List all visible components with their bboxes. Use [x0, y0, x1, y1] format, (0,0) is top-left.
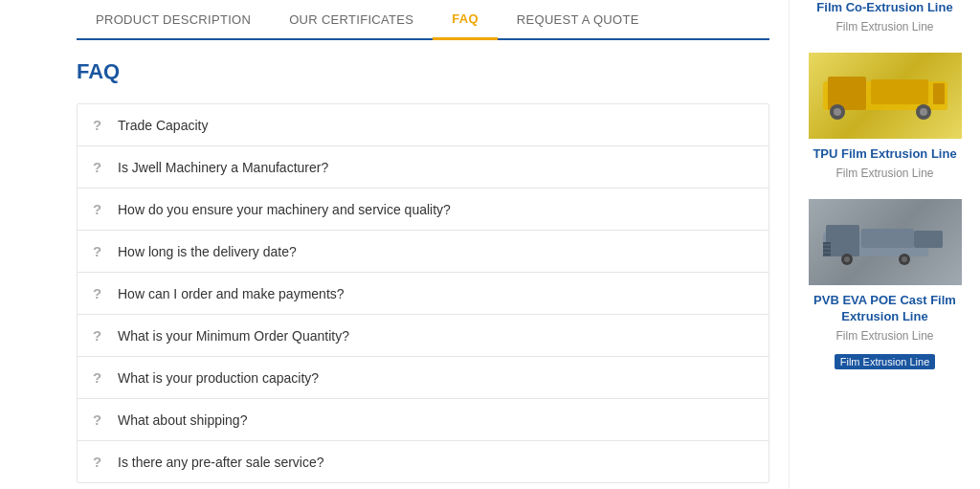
faq-title: FAQ: [77, 59, 769, 84]
svg-rect-11: [914, 231, 943, 248]
faq-item[interactable]: ?How long is the delivery date?: [78, 231, 768, 273]
sidebar-product-1: Film Co-Extrusion Line Film Extrusion Li…: [804, 0, 966, 33]
faq-question-icon: ?: [93, 411, 108, 428]
faq-question-text: Is there any pre-after sale service?: [118, 455, 324, 470]
svg-point-4: [834, 108, 841, 116]
faq-item[interactable]: ?Is there any pre-after sale service?: [78, 441, 768, 482]
faq-list: ?Trade Capacity?Is Jwell Machinery a Man…: [77, 103, 769, 483]
sidebar-product-2: TPU Film Extrusion Line Film Extrusion L…: [804, 53, 966, 180]
svg-rect-9: [826, 225, 859, 256]
sidebar-product-2-title[interactable]: TPU Film Extrusion Line: [804, 146, 966, 163]
faq-item[interactable]: ?What about shipping?: [78, 399, 768, 441]
sidebar-product-1-subtitle: Film Extrusion Line: [804, 20, 966, 33]
svg-rect-13: [823, 242, 831, 244]
svg-rect-16: [823, 254, 831, 256]
faq-item[interactable]: ?How do you ensure your machinery and se…: [78, 189, 768, 231]
faq-question-icon: ?: [93, 454, 108, 470]
faq-question-text: What is your Minimum Order Quantity?: [118, 328, 349, 344]
sidebar-product-1-title[interactable]: Film Co-Extrusion Line: [804, 0, 966, 16]
svg-point-6: [920, 108, 927, 116]
faq-question-text: Is Jwell Machinery a Manufacturer?: [118, 160, 328, 175]
faq-question-icon: ?: [93, 327, 108, 344]
faq-section: FAQ ?Trade Capacity?Is Jwell Machinery a…: [77, 40, 769, 489]
sidebar-product-3: PVB EVA POE Cast Film Extrusion Line Fil…: [804, 199, 966, 369]
svg-point-20: [902, 256, 907, 262]
faq-item[interactable]: ?Is Jwell Machinery a Manufacturer?: [78, 146, 768, 189]
faq-item[interactable]: ?What is your production capacity?: [78, 357, 768, 399]
tab-product-description[interactable]: PRODUCT DESCRIPTION: [77, 1, 270, 38]
faq-question-text: How long is the delivery date?: [118, 244, 297, 259]
faq-item[interactable]: ?What is your Minimum Order Quantity?: [78, 315, 768, 357]
faq-question-icon: ?: [93, 201, 108, 217]
faq-question-icon: ?: [93, 159, 108, 175]
sidebar-product-3-title[interactable]: PVB EVA POE Cast Film Extrusion Line: [804, 293, 966, 325]
sidebar-product-3-badge: Film Extrusion Line: [835, 354, 936, 369]
svg-rect-10: [861, 229, 914, 248]
sidebar-product-3-image[interactable]: [809, 199, 962, 285]
tab-faq[interactable]: FAQ: [433, 0, 498, 40]
sidebar-product-2-subtitle: Film Extrusion Line: [804, 167, 966, 180]
svg-rect-7: [933, 83, 945, 104]
faq-question-text: How can I order and make payments?: [118, 286, 345, 301]
svg-rect-2: [871, 79, 928, 104]
sidebar: Film Co-Extrusion Line Film Extrusion Li…: [789, 0, 980, 489]
faq-item[interactable]: ?Trade Capacity: [78, 104, 768, 146]
faq-question-text: What about shipping?: [118, 412, 247, 428]
tab-navigation: PRODUCT DESCRIPTION OUR CERTIFICATES FAQ…: [77, 0, 769, 40]
svg-rect-14: [823, 246, 831, 248]
faq-question-text: Trade Capacity: [118, 118, 208, 133]
faq-question-text: How do you ensure your machinery and ser…: [118, 202, 451, 217]
tab-our-certificates[interactable]: OUR CERTIFICATES: [270, 1, 433, 38]
svg-point-18: [844, 256, 850, 262]
sidebar-product-3-subtitle: Film Extrusion Line: [804, 329, 966, 343]
tab-request-a-quote[interactable]: REQUEST A QUOTE: [498, 1, 658, 38]
faq-question-icon: ?: [93, 369, 108, 386]
faq-question-icon: ?: [93, 243, 108, 259]
faq-item[interactable]: ?How can I order and make payments?: [78, 273, 768, 315]
faq-question-icon: ?: [93, 117, 108, 133]
faq-question-icon: ?: [93, 285, 108, 301]
svg-rect-15: [823, 250, 831, 252]
svg-rect-1: [828, 77, 866, 110]
sidebar-product-2-image[interactable]: [809, 53, 962, 139]
faq-question-text: What is your production capacity?: [118, 370, 319, 386]
